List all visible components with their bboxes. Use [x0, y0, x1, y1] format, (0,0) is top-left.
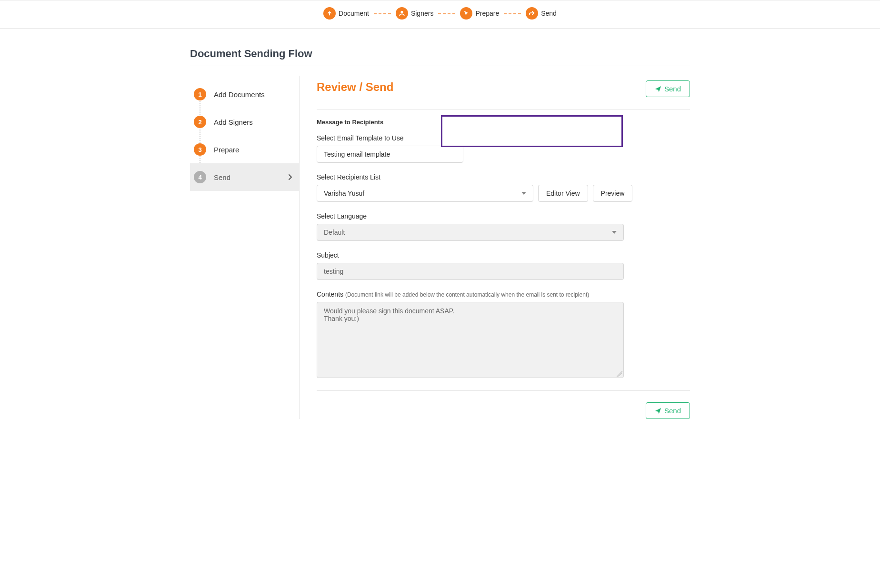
sidebar-item-prepare[interactable]: 3 Prepare — [190, 136, 299, 163]
contents-value: Would you please sign this document ASAP… — [324, 307, 454, 322]
topstep-document[interactable]: Document — [323, 7, 369, 20]
upload-icon — [323, 7, 336, 20]
sidebar-item-add-signers[interactable]: 2 Add Signers — [190, 108, 299, 136]
topstep-label: Prepare — [475, 10, 499, 17]
sidebar-item-label: Send — [214, 173, 230, 181]
topstep-label: Signers — [411, 10, 433, 17]
sidebar-item-label: Add Signers — [214, 118, 253, 126]
topstep-prepare[interactable]: Prepare — [460, 7, 499, 20]
step-number: 2 — [194, 116, 206, 128]
editor-view-button[interactable]: Editor View — [538, 185, 588, 202]
section-title: Review / Send — [317, 80, 393, 94]
subject-value: testing — [324, 268, 343, 275]
topstep-signers[interactable]: Signers — [396, 7, 433, 20]
top-stepper: Document Signers Prepare Send — [0, 0, 880, 29]
sidebar-item-send[interactable]: 4 Send — [190, 163, 299, 191]
send-button-label: Send — [664, 407, 681, 415]
share-icon — [526, 7, 538, 20]
contents-label: Contents (Document link will be added be… — [317, 290, 690, 298]
step-number: 4 — [194, 171, 206, 183]
language-label: Select Language — [317, 212, 690, 220]
topstep-label: Send — [541, 10, 557, 17]
section-subtitle: Message to Recipients — [317, 119, 690, 126]
contents-textarea[interactable]: Would you please sign this document ASAP… — [317, 302, 624, 378]
stepper-connector — [438, 13, 455, 14]
recipients-value: Varisha Yusuf — [324, 189, 364, 197]
preview-button[interactable]: Preview — [593, 185, 633, 202]
send-button[interactable]: Send — [646, 80, 690, 97]
chevron-down-icon — [612, 231, 617, 234]
recipients-label: Select Recipients List — [317, 173, 690, 181]
stepper-connector — [504, 13, 521, 14]
sidebar-item-add-documents[interactable]: 1 Add Documents — [190, 80, 299, 108]
stepper-connector — [374, 13, 391, 14]
chevron-right-icon — [288, 174, 292, 180]
step-number: 1 — [194, 88, 206, 100]
person-icon — [396, 7, 408, 20]
contents-label-text: Contents — [317, 290, 345, 298]
subject-label: Subject — [317, 251, 690, 259]
template-value: Testing email template — [324, 150, 390, 158]
language-value: Default — [324, 229, 345, 236]
page-title: Document Sending Flow — [190, 48, 690, 60]
step-number: 3 — [194, 143, 206, 156]
sidebar-item-label: Add Documents — [214, 90, 265, 99]
main-panel: Review / Send Send Message to Recipients… — [300, 76, 690, 419]
send-button-bottom[interactable]: Send — [646, 402, 690, 419]
divider — [190, 66, 690, 66]
topstep-label: Document — [339, 10, 369, 17]
recipients-select[interactable]: Varisha Yusuf — [317, 185, 533, 202]
divider — [317, 390, 690, 391]
cursor-icon — [460, 7, 472, 20]
language-select[interactable]: Default — [317, 224, 624, 241]
sidebar-item-label: Prepare — [214, 146, 239, 154]
template-input[interactable]: Testing email template — [317, 146, 463, 163]
contents-hint: (Document link will be added below the c… — [345, 291, 589, 298]
send-button-label: Send — [664, 85, 681, 93]
topstep-send[interactable]: Send — [526, 7, 557, 20]
template-label: Select Email Template to Use — [317, 134, 690, 142]
svg-point-0 — [400, 11, 403, 13]
chevron-down-icon — [521, 192, 526, 195]
paper-plane-icon — [655, 86, 661, 92]
sidebar-stepper: 1 Add Documents 2 Add Signers 3 Prepare … — [190, 76, 300, 419]
subject-input[interactable]: testing — [317, 263, 624, 280]
paper-plane-icon — [655, 408, 661, 414]
divider — [317, 110, 690, 110]
